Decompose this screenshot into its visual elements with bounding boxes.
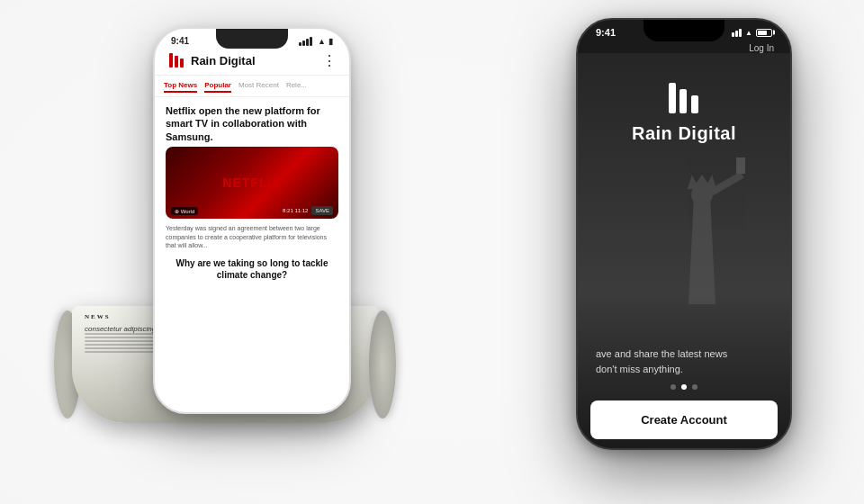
rain-digital-logo-icon	[167, 51, 185, 69]
status-icons: ▲ ▮	[299, 37, 333, 46]
dark-battery-icon	[756, 29, 772, 37]
create-account-button[interactable]: Create Account	[590, 400, 778, 439]
dark-signal-2	[735, 31, 738, 37]
wifi-icon: ▲	[318, 37, 326, 46]
app-name-label: Rain Digital	[191, 54, 256, 68]
article-1-excerpt: Yesterday was signed an agreement betwee…	[155, 219, 349, 254]
dot-2-active	[681, 384, 687, 390]
login-text: Log In	[749, 43, 774, 53]
svg-rect-0	[169, 53, 173, 68]
dot-1	[670, 384, 676, 390]
splash-logo-area: Rain Digital	[632, 80, 736, 144]
login-link[interactable]: Log In	[578, 40, 790, 53]
statue-torch	[736, 158, 745, 174]
phone-white-notch	[216, 29, 288, 49]
phone-dark-notch	[644, 20, 724, 41]
status-time: 9:41	[171, 36, 189, 46]
article-1-title: Netflix open the new platform for smart …	[155, 97, 349, 147]
save-button[interactable]: SAVE	[311, 206, 333, 215]
svg-rect-5	[691, 95, 698, 113]
signal-bar-3	[306, 39, 309, 46]
svg-rect-1	[175, 56, 178, 68]
dark-status-time: 9:41	[596, 27, 616, 38]
pagination-dots	[578, 384, 790, 390]
app-logo: Rain Digital	[167, 51, 256, 69]
main-scene: NEWS consectetur adipiscing elit	[0, 0, 864, 504]
dark-wifi-icon: ▲	[745, 29, 752, 37]
signal-bar-1	[299, 42, 302, 46]
svg-rect-2	[180, 58, 184, 68]
image-stat-time: 8:21 11:12	[283, 208, 308, 213]
splash-app-name: Rain Digital	[632, 123, 736, 144]
newspaper-cap-right	[369, 310, 396, 418]
svg-rect-3	[669, 83, 676, 113]
tab-most-recent[interactable]: Most Recent	[238, 79, 279, 93]
statue-body	[688, 196, 716, 304]
splash-tagline: ave and share the latest newsdon't miss …	[578, 346, 790, 376]
phone-news-app: 9:41 ▲ ▮	[153, 27, 351, 414]
dark-signal-3	[739, 29, 742, 37]
signal-bar-4	[310, 37, 312, 46]
tagline-text: ave and share the latest newsdon't miss …	[596, 346, 772, 376]
svg-rect-4	[680, 89, 687, 113]
signal-bar-2	[302, 40, 305, 46]
dark-signal-1	[732, 32, 734, 37]
statue-silhouette	[657, 124, 747, 304]
dot-3	[692, 384, 698, 390]
dark-status-icons: ▲	[732, 29, 772, 37]
article-2-title: Why are we taking so long to tackle clim…	[155, 254, 349, 284]
phone-splash-screen: 9:41 ▲ Log In	[576, 18, 792, 450]
splash-background: Rain Digital ave and share the latest ne…	[578, 53, 790, 448]
image-stats: 8:21 11:12 SAVE	[283, 206, 333, 215]
splash-logo-icon	[666, 80, 702, 116]
app-header: Rain Digital ⋮	[155, 48, 349, 76]
tab-popular-active[interactable]: Popular	[204, 79, 231, 93]
app-tabs: Top News Popular Most Recent Rele...	[155, 76, 349, 97]
netflix-logo: NETFLIX	[222, 176, 281, 190]
menu-icon[interactable]: ⋮	[322, 52, 337, 69]
tab-relevant[interactable]: Rele...	[286, 79, 307, 93]
tab-popular[interactable]: Top News	[164, 79, 197, 93]
image-world-badge: ⊕ World	[171, 207, 198, 215]
dark-battery-fill	[758, 31, 767, 35]
battery-icon: ▮	[328, 37, 333, 46]
article-1-image: NETFLIX ⊕ World 8:21 11:12 SAVE	[166, 147, 338, 219]
